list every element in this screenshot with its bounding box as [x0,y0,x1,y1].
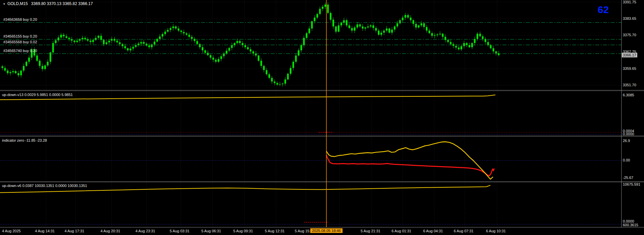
indicator-title-updown-v6: up-down-v6 0.0387 10030.1351 0.0000 1003… [2,184,87,188]
trade-label: #34565568 buy 0.02 [3,40,37,44]
indicator-scale-label: 10675.591 [623,182,640,186]
mt4-terminal: ▼GOLD,M153369.80 3370.13 3365.82 3366.17… [0,0,644,235]
time-axis-label: 6 Aug 10:31 [486,229,506,233]
price-scale-label: 3351.70 [623,83,636,87]
indicator-scale-label: 6.3085 [623,93,634,97]
time-axis-label: 4 Aug 17:31 [65,229,84,233]
indicator-scale-label: 0.00 [623,158,630,162]
indicator-scale-label: -25.67 [623,176,633,180]
indicator-title-zero: indicator zero -11.85 -23.28 [2,138,47,142]
time-axis-label: 5 Aug 09:31 [233,229,253,233]
trade-label: #34565740 buy 0.20 [3,49,37,53]
indicator-title-updown-v13: up-down-v13 0.0029 5.9851 0.0000 5.9851 [2,93,73,97]
chart-canvas[interactable] [0,0,644,235]
indicator-scale-label: 0.0000 [623,132,634,136]
ohlc-values: 3369.80 3370.13 3365.82 3366.17 [31,1,93,6]
selected-time-label: 2025.08.05 18:46 [310,228,343,233]
time-axis-label: 5 Aug 12:31 [265,229,285,233]
trade-label: #34565155 buy 0.20 [3,34,37,38]
time-axis-label: 4 Aug 23:31 [135,229,155,233]
indicator-scale-label: 26.9 [623,139,630,143]
count-badge: 62 [598,4,609,15]
time-axis-label: 6 Aug 01:31 [392,229,411,233]
time-axis-label: 4 Aug 20:31 [100,229,120,233]
time-axis-label: 5 Aug 21:31 [361,229,380,233]
price-scale-label: 3383.65 [623,16,636,20]
trade-label: #34563658 buy 0.20 [3,17,37,21]
chart-dropdown-icon[interactable]: ▼ [3,2,6,6]
symbol-period-label: GOLD,M15 [7,1,28,6]
time-axis-label: 4 Aug 14:31 [35,229,55,233]
chart-title: ▼GOLD,M153369.80 3370.13 3365.82 3366.17 [3,1,93,6]
time-axis-label: 5 Aug 06:31 [201,229,221,233]
price-scale-label: 3391.75 [623,0,636,4]
current-price-tag: 3366.17 [622,53,637,57]
time-axis-label: 6 Aug 04:31 [423,229,443,233]
price-scale-label: 3375.70 [623,33,636,37]
time-axis-label: 5 Aug 03:31 [170,229,190,233]
price-scale-label: 3359.65 [623,66,636,70]
time-axis-label: 4 Aug 2025 [2,229,21,233]
indicator-scale-label: 600.3615 [623,223,638,227]
time-axis-label: 6 Aug 07:31 [454,229,474,233]
